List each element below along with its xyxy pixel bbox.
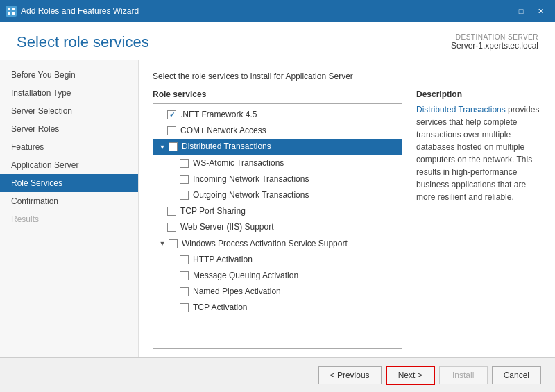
checkbox-com-network[interactable] — [167, 126, 176, 135]
service-item-tcp-port[interactable]: TCP Port Sharing — [153, 203, 402, 219]
role-services-section: Role services .NET Framework 4.5COM+ Net… — [153, 90, 402, 349]
header-area: Select role services DESTINATION SERVER … — [0, 22, 555, 60]
service-label-tcp-act: TCP Activation — [193, 301, 247, 314]
checkbox-tcp-act[interactable] — [180, 303, 189, 312]
sidebar-item-installation-type[interactable]: Installation Type — [0, 84, 138, 102]
service-label-dotnet: .NET Framework 4.5 — [180, 108, 257, 121]
service-label-web-server: Web Server (IIS) Support — [180, 221, 274, 234]
service-label-dist-trans: Distributed Transactions — [182, 140, 271, 153]
app-icon — [6, 6, 17, 17]
service-label-com-network: COM+ Network Access — [180, 124, 266, 137]
description-body: provides services that help complete tra… — [416, 105, 539, 202]
title-bar-left: Add Roles and Features Wizard — [6, 6, 139, 17]
service-label-mq-act: Message Queuing Activation — [193, 269, 298, 282]
service-label-wpas: Windows Process Activation Service Suppo… — [182, 237, 348, 250]
previous-button[interactable]: < Previous — [318, 366, 382, 384]
panel-instruction: Select the role services to install for … — [153, 71, 541, 81]
service-item-tcp-act[interactable]: TCP Activation — [153, 300, 402, 316]
service-item-web-server[interactable]: Web Server (IIS) Support — [153, 219, 402, 235]
service-label-tcp-port: TCP Port Sharing — [180, 205, 246, 218]
install-button[interactable]: Install — [439, 366, 488, 384]
content-area: Before You BeginInstallation TypeServer … — [0, 60, 555, 357]
service-item-dotnet[interactable]: .NET Framework 4.5 — [153, 107, 402, 123]
main-panel: Select the role services to install for … — [139, 60, 555, 357]
checkbox-np-act[interactable] — [180, 287, 189, 296]
destination-server: DESTINATION SERVER Server-1.xpertstec.lo… — [451, 33, 538, 51]
main-container: Select role services DESTINATION SERVER … — [0, 22, 555, 392]
sidebar: Before You BeginInstallation TypeServer … — [0, 60, 139, 357]
next-button[interactable]: Next > — [386, 366, 435, 385]
role-services-label: Role services — [153, 90, 402, 99]
checkbox-tcp-port[interactable] — [167, 207, 176, 216]
cancel-button[interactable]: Cancel — [492, 366, 541, 384]
expand-arrow-dist-trans[interactable]: ▼ — [157, 142, 167, 152]
close-button[interactable]: ✕ — [531, 4, 549, 18]
description-section: Description Distributed Transactions pro… — [416, 90, 541, 349]
destination-label: DESTINATION SERVER — [451, 33, 538, 41]
service-item-np-act[interactable]: Named Pipes Activation — [153, 284, 402, 300]
service-item-dist-trans[interactable]: ▼Distributed Transactions — [153, 139, 402, 155]
page-title: Select role services — [17, 33, 149, 51]
expand-arrow-wpas[interactable]: ▼ — [157, 239, 167, 248]
svg-rect-2 — [8, 12, 10, 15]
service-label-http-act: HTTP Activation — [193, 253, 253, 266]
maximize-button[interactable]: □ — [512, 4, 530, 18]
checkbox-wpas[interactable] — [169, 239, 178, 248]
services-box[interactable]: .NET Framework 4.5COM+ Network Access▼Di… — [153, 103, 402, 349]
service-item-com-network[interactable]: COM+ Network Access — [153, 123, 402, 139]
sidebar-item-role-services[interactable]: Role Services — [0, 174, 138, 192]
service-label-ws-atomic: WS-Atomic Transactions — [193, 157, 284, 170]
sidebar-item-features[interactable]: Features — [0, 138, 138, 156]
checkbox-dist-trans[interactable] — [169, 142, 178, 151]
title-bar: Add Roles and Features Wizard — □ ✕ — [0, 0, 555, 22]
service-item-http-act[interactable]: HTTP Activation — [153, 252, 402, 268]
sidebar-item-results: Results — [0, 210, 138, 228]
window-controls: — □ ✕ — [493, 4, 549, 18]
sidebar-item-confirmation[interactable]: Confirmation — [0, 192, 138, 210]
checkbox-ws-atomic[interactable] — [180, 159, 189, 168]
service-label-np-act: Named Pipes Activation — [193, 285, 281, 298]
checkbox-http-act[interactable] — [180, 255, 189, 264]
svg-rect-0 — [8, 8, 10, 10]
checkbox-outgoing-net[interactable] — [180, 191, 189, 200]
description-text: Distributed Transactions provides servic… — [416, 103, 541, 203]
service-label-incoming-net: Incoming Network Transactions — [193, 173, 309, 186]
checkbox-incoming-net[interactable] — [180, 175, 189, 184]
service-item-mq-act[interactable]: Message Queuing Activation — [153, 268, 402, 284]
minimize-button[interactable]: — — [493, 4, 511, 18]
checkbox-mq-act[interactable] — [180, 271, 189, 280]
sidebar-item-server-roles[interactable]: Server Roles — [0, 120, 138, 138]
server-name: Server-1.xpertstec.local — [451, 41, 538, 51]
svg-rect-1 — [12, 8, 15, 10]
checkbox-web-server[interactable] — [167, 223, 176, 232]
description-label: Description — [416, 90, 541, 99]
service-item-outgoing-net[interactable]: Outgoing Network Transactions — [153, 187, 402, 203]
service-item-incoming-net[interactable]: Incoming Network Transactions — [153, 171, 402, 187]
service-item-wpas[interactable]: ▼Windows Process Activation Service Supp… — [153, 236, 402, 252]
window-title: Add Roles and Features Wizard — [21, 6, 139, 16]
description-highlight: Distributed Transactions — [416, 105, 506, 114]
sidebar-item-application-server[interactable]: Application Server — [0, 156, 138, 174]
two-column-layout: Role services .NET Framework 4.5COM+ Net… — [153, 90, 541, 349]
footer: < Previous Next > Install Cancel — [0, 357, 555, 392]
sidebar-item-server-selection[interactable]: Server Selection — [0, 102, 138, 120]
checkbox-dotnet[interactable] — [167, 110, 176, 119]
svg-rect-3 — [12, 12, 15, 15]
sidebar-item-before-you-begin[interactable]: Before You Begin — [0, 66, 138, 84]
service-label-outgoing-net: Outgoing Network Transactions — [193, 189, 309, 202]
service-item-ws-atomic[interactable]: WS-Atomic Transactions — [153, 155, 402, 171]
